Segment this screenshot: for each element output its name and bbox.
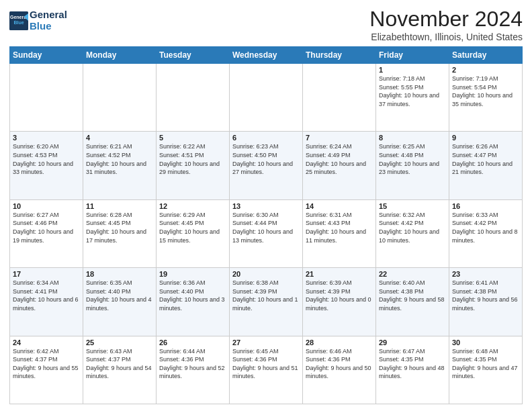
calendar-week-row: 3Sunrise: 6:20 AM Sunset: 4:53 PM Daylig… [10, 132, 523, 199]
calendar-cell: 30Sunrise: 6:48 AM Sunset: 4:35 PM Dayli… [449, 336, 523, 404]
calendar-cell: 20Sunrise: 6:38 AM Sunset: 4:39 PM Dayli… [230, 268, 303, 336]
calendar-cell: 28Sunrise: 6:46 AM Sunset: 4:36 PM Dayli… [303, 336, 376, 404]
day-info: Sunrise: 6:44 AM Sunset: 4:36 PM Dayligh… [159, 347, 226, 381]
day-info: Sunrise: 6:41 AM Sunset: 4:38 PM Dayligh… [452, 279, 519, 312]
day-info: Sunrise: 6:36 AM Sunset: 4:40 PM Dayligh… [159, 279, 226, 312]
calendar-cell: 22Sunrise: 6:40 AM Sunset: 4:38 PM Dayli… [376, 268, 449, 336]
day-number: 14 [306, 202, 373, 210]
day-number: 11 [86, 202, 153, 210]
calendar-cell: 1Sunrise: 7:18 AM Sunset: 5:55 PM Daylig… [376, 64, 449, 132]
calendar-cell [10, 64, 83, 132]
day-info: Sunrise: 6:38 AM Sunset: 4:39 PM Dayligh… [232, 279, 300, 312]
day-number: 22 [379, 270, 446, 278]
day-of-week-header: Saturday [449, 47, 523, 64]
calendar-week-row: 1Sunrise: 7:18 AM Sunset: 5:55 PM Daylig… [10, 64, 523, 132]
day-info: Sunrise: 6:39 AM Sunset: 4:39 PM Dayligh… [306, 279, 373, 312]
day-number: 7 [306, 134, 373, 142]
day-of-week-header: Monday [83, 47, 157, 64]
day-of-week-header: Wednesday [230, 47, 303, 64]
day-number: 15 [379, 202, 446, 210]
day-info: Sunrise: 6:29 AM Sunset: 4:45 PM Dayligh… [159, 211, 226, 244]
calendar-cell: 25Sunrise: 6:43 AM Sunset: 4:37 PM Dayli… [83, 336, 157, 404]
calendar-cell: 11Sunrise: 6:28 AM Sunset: 4:45 PM Dayli… [83, 199, 157, 267]
day-info: Sunrise: 6:27 AM Sunset: 4:46 PM Dayligh… [13, 211, 80, 244]
day-number: 4 [86, 134, 153, 142]
day-number: 2 [452, 66, 519, 74]
calendar-cell: 29Sunrise: 6:47 AM Sunset: 4:35 PM Dayli… [376, 336, 449, 404]
calendar-cell: 24Sunrise: 6:42 AM Sunset: 4:37 PM Dayli… [10, 336, 83, 404]
day-number: 17 [13, 270, 80, 278]
day-info: Sunrise: 6:35 AM Sunset: 4:40 PM Dayligh… [86, 279, 153, 312]
calendar-cell: 13Sunrise: 6:30 AM Sunset: 4:44 PM Dayli… [230, 199, 303, 267]
day-number: 13 [232, 202, 300, 210]
svg-text:Blue: Blue [13, 19, 24, 24]
calendar-cell [230, 64, 303, 132]
calendar-cell: 16Sunrise: 6:33 AM Sunset: 4:42 PM Dayli… [449, 199, 523, 267]
calendar-cell: 19Sunrise: 6:36 AM Sunset: 4:40 PM Dayli… [157, 268, 230, 336]
calendar-cell: 14Sunrise: 6:31 AM Sunset: 4:43 PM Dayli… [303, 199, 376, 267]
day-info: Sunrise: 6:45 AM Sunset: 4:36 PM Dayligh… [232, 347, 300, 381]
day-info: Sunrise: 6:24 AM Sunset: 4:49 PM Dayligh… [306, 142, 373, 176]
calendar-cell: 2Sunrise: 7:19 AM Sunset: 5:54 PM Daylig… [449, 64, 523, 132]
calendar-cell: 15Sunrise: 6:32 AM Sunset: 4:42 PM Dayli… [376, 199, 449, 267]
calendar-cell: 3Sunrise: 6:20 AM Sunset: 4:53 PM Daylig… [10, 132, 83, 199]
day-number: 16 [452, 202, 519, 210]
logo: General Blue General Blue [9, 9, 67, 32]
day-info: Sunrise: 6:47 AM Sunset: 4:35 PM Dayligh… [379, 347, 446, 381]
day-number: 3 [13, 134, 80, 142]
title-block: November 2024 Elizabethtown, Illinois, U… [369, 7, 523, 42]
day-number: 6 [232, 134, 300, 142]
day-info: Sunrise: 6:48 AM Sunset: 4:35 PM Dayligh… [452, 347, 519, 381]
calendar-cell: 8Sunrise: 6:25 AM Sunset: 4:48 PM Daylig… [376, 132, 449, 199]
day-info: Sunrise: 6:33 AM Sunset: 4:42 PM Dayligh… [452, 211, 519, 244]
logo-text: General Blue [30, 9, 67, 32]
calendar-cell: 18Sunrise: 6:35 AM Sunset: 4:40 PM Dayli… [83, 268, 157, 336]
calendar-table: SundayMondayTuesdayWednesdayThursdayFrid… [9, 46, 523, 404]
calendar-cell: 9Sunrise: 6:26 AM Sunset: 4:47 PM Daylig… [449, 132, 523, 199]
day-of-week-header: Thursday [303, 47, 376, 64]
day-info: Sunrise: 7:18 AM Sunset: 5:55 PM Dayligh… [379, 75, 446, 108]
day-of-week-header: Friday [376, 47, 449, 64]
day-info: Sunrise: 6:26 AM Sunset: 4:47 PM Dayligh… [452, 142, 519, 176]
location: Elizabethtown, Illinois, United States [369, 32, 523, 42]
day-info: Sunrise: 6:22 AM Sunset: 4:51 PM Dayligh… [159, 142, 226, 176]
day-number: 23 [452, 270, 519, 278]
day-info: Sunrise: 6:46 AM Sunset: 4:36 PM Dayligh… [306, 347, 373, 381]
calendar-cell [303, 64, 376, 132]
calendar-cell: 17Sunrise: 6:34 AM Sunset: 4:41 PM Dayli… [10, 268, 83, 336]
calendar-week-row: 10Sunrise: 6:27 AM Sunset: 4:46 PM Dayli… [10, 199, 523, 267]
calendar-page: General Blue General Blue November 2024 … [0, 0, 532, 411]
day-number: 24 [13, 338, 80, 347]
calendar-header-row: SundayMondayTuesdayWednesdayThursdayFrid… [10, 47, 523, 64]
day-info: Sunrise: 6:20 AM Sunset: 4:53 PM Dayligh… [13, 142, 80, 176]
day-info: Sunrise: 6:40 AM Sunset: 4:38 PM Dayligh… [379, 279, 446, 312]
calendar-cell: 10Sunrise: 6:27 AM Sunset: 4:46 PM Dayli… [10, 199, 83, 267]
calendar-cell: 5Sunrise: 6:22 AM Sunset: 4:51 PM Daylig… [157, 132, 230, 199]
calendar-cell: 21Sunrise: 6:39 AM Sunset: 4:39 PM Dayli… [303, 268, 376, 336]
day-info: Sunrise: 6:21 AM Sunset: 4:52 PM Dayligh… [86, 142, 153, 176]
day-info: Sunrise: 6:30 AM Sunset: 4:44 PM Dayligh… [232, 211, 300, 244]
header: General Blue General Blue November 2024 … [9, 7, 523, 42]
calendar-cell: 7Sunrise: 6:24 AM Sunset: 4:49 PM Daylig… [303, 132, 376, 199]
day-number: 18 [86, 270, 153, 278]
calendar-cell: 23Sunrise: 6:41 AM Sunset: 4:38 PM Dayli… [449, 268, 523, 336]
day-info: Sunrise: 6:43 AM Sunset: 4:37 PM Dayligh… [86, 347, 153, 381]
day-number: 26 [159, 338, 226, 347]
day-info: Sunrise: 6:25 AM Sunset: 4:48 PM Dayligh… [379, 142, 446, 176]
day-number: 1 [379, 66, 446, 74]
calendar-cell: 12Sunrise: 6:29 AM Sunset: 4:45 PM Dayli… [157, 199, 230, 267]
day-number: 9 [452, 134, 519, 142]
calendar-cell [157, 64, 230, 132]
day-info: Sunrise: 6:42 AM Sunset: 4:37 PM Dayligh… [13, 347, 80, 381]
day-number: 12 [159, 202, 226, 210]
day-info: Sunrise: 6:31 AM Sunset: 4:43 PM Dayligh… [306, 211, 373, 244]
day-number: 8 [379, 134, 446, 142]
day-number: 29 [379, 338, 446, 347]
day-number: 10 [13, 202, 80, 210]
calendar-cell [83, 64, 157, 132]
calendar-cell: 27Sunrise: 6:45 AM Sunset: 4:36 PM Dayli… [230, 336, 303, 404]
logo-icon: General Blue [9, 11, 28, 30]
day-info: Sunrise: 6:23 AM Sunset: 4:50 PM Dayligh… [232, 142, 300, 176]
day-number: 27 [232, 338, 300, 347]
day-number: 21 [306, 270, 373, 278]
